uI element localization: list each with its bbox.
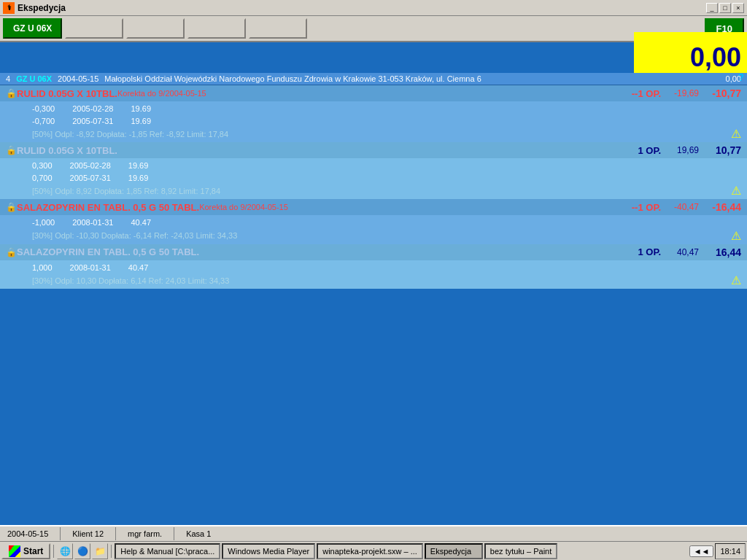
- drug-2-summary-row: [50%] Odpl: 8,92 Dopłata: 1,85 Ref: 8,92…: [18, 184, 741, 198]
- title-bar-controls: _ □ ×: [706, 3, 744, 13]
- taskbar-app-wmp-label: Windows Media Player: [228, 547, 309, 556]
- drug-3-name: SALAZOPYRIN EN TABL. 0,5 G 50 TABL.: [17, 202, 199, 213]
- taskbar-app-help[interactable]: Help & Manual [C:\praca...: [115, 543, 220, 559]
- warn-icon-3: ⚠: [731, 229, 741, 243]
- taskbar-icon-ie[interactable]: 🌐: [57, 543, 73, 559]
- help-icon[interactable]: ?: [738, 73, 744, 83]
- drug-2-op: 1 OP.: [638, 145, 661, 156]
- minimize-button[interactable]: _: [706, 3, 718, 13]
- toolbar-btn-4[interactable]: [187, 18, 246, 39]
- taskbar-sep-2: [115, 527, 116, 540]
- drug-entry-4: 🔒 SALAZOPYRIN EN TABL. 0,5 G 50 TABL. 1 …: [0, 244, 747, 289]
- drug-3-detail-1: -1,000 2008-01-31 40.47: [18, 217, 741, 229]
- drug-3-summary-row: [30%] Odpl: -10,30 Dopłata: -6,14 Ref: -…: [18, 229, 741, 243]
- drug-2-header: 🔒 RULID 0.05G X 10TBL. 1 OP. 19,69 10,77: [0, 142, 747, 158]
- drug-4-details: 1,000 2008-01-31 40.47 [30%] Odpl: 10,30…: [0, 260, 747, 289]
- drug-entry-1: 🔒 RULID 0.05G X 10TBL. Korekta do 9/2004…: [0, 85, 747, 142]
- drug-4-summary-row: [30%] Odpl: 10,30 Dopłata: 6,14 Ref: 24,…: [18, 273, 741, 287]
- drug-2-name: RULID 0.05G X 10TBL.: [17, 145, 117, 156]
- taskbar-bottom: Start 🌐 🔵 📁 Help & Manual [C:\praca... W…: [0, 542, 747, 560]
- taskbar-app-paint[interactable]: bez tytułu – Paint: [484, 543, 557, 559]
- drug-4-total: 16,44: [705, 246, 741, 258]
- drug-4-detail-1: 1,000 2008-01-31 40.47: [18, 262, 741, 274]
- drug-1-header: 🔒 RULID 0.05G X 10TBL. Korekta do 9/2004…: [0, 85, 747, 101]
- taskbar-time: 18:14: [715, 543, 746, 559]
- windows-logo: [9, 545, 20, 557]
- lock-icon-2: 🔒: [6, 145, 17, 155]
- taskbar-icon-browser[interactable]: 🔵: [74, 543, 90, 559]
- patient-name: Małopolski Oddział Wojewódzki Narodowego…: [104, 74, 481, 83]
- taskbar-app-paint-label: bez tytułu – Paint: [490, 547, 551, 556]
- drug-2-detail-1: 0,300 2005-02-28 19.69: [18, 160, 741, 172]
- drug-1-detail-1: -0,300 2005-02-28 19.69: [18, 103, 741, 115]
- close-button[interactable]: ×: [732, 3, 744, 13]
- drug-3-op: --1 OP.: [632, 202, 661, 213]
- maximize-button[interactable]: □: [719, 3, 731, 13]
- toolbar: GZ U 06X F10 0,00: [0, 16, 747, 42]
- taskbar-app-ekspedycja-label: Ekspedycja: [430, 547, 471, 556]
- drug-3-korekta: Korekta do 9/2004-05-15: [199, 203, 288, 211]
- taskbar-sep-4: [53, 545, 54, 558]
- drug-4-name: SALAZOPYRIN EN TABL. 0,5 G 50 TABL.: [17, 246, 199, 257]
- drug-1-korekta: Korekta do 9/2004-05-15: [117, 89, 206, 98]
- taskbar-app-wmp[interactable]: Windows Media Player: [222, 543, 315, 559]
- taskbar-app-writer[interactable]: winapteka-projekt.sxw – ...: [317, 543, 423, 559]
- app-icon: ⚕: [3, 2, 15, 14]
- lock-icon-3: 🔒: [6, 202, 17, 212]
- toolbar-btn-2[interactable]: [65, 18, 123, 39]
- drug-2-details: 0,300 2005-02-28 19.69 0,700 2005-07-31 …: [0, 158, 747, 199]
- patient-id: GZ U 06X: [16, 74, 52, 83]
- drug-1-summary: [50%] Odpl: -8,92 Dopłata: -1,85 Ref: -8…: [18, 130, 228, 139]
- taskbar-icon-folder[interactable]: 📁: [92, 543, 108, 559]
- price-value: 0,00: [690, 44, 741, 71]
- taskbar-date: 2004-05-15: [3, 529, 53, 538]
- taskbar-top: 2004-05-15 Klient 12 mgr farm. Kasa 1: [0, 526, 747, 542]
- drug-1-op: --1 OP.: [632, 88, 661, 99]
- drug-entry-3: 🔒 SALAZOPYRIN EN TABL. 0,5 G 50 TABL. Ko…: [0, 199, 747, 244]
- drug-4-header: 🔒 SALAZOPYRIN EN TABL. 0,5 G 50 TABL. 1 …: [0, 244, 747, 260]
- taskbar: 2004-05-15 Klient 12 mgr farm. Kasa 1 St…: [0, 525, 747, 560]
- row-number: 4: [6, 74, 10, 83]
- drug-4-op: 1 OP.: [638, 246, 661, 257]
- title-bar: ⚕ Ekspedycja _ □ ×: [0, 0, 747, 16]
- drug-3-details: -1,000 2008-01-31 40.47 [30%] Odpl: -10,…: [0, 215, 747, 244]
- taskbar-sep-3: [174, 527, 174, 540]
- lock-icon-4: 🔒: [6, 247, 17, 257]
- patient-date: 2004-05-15: [58, 74, 98, 83]
- main-action-button[interactable]: GZ U 06X: [3, 18, 62, 39]
- taskbar-pharmacist: mgr farm.: [123, 529, 166, 538]
- toolbar-btn-3[interactable]: [126, 18, 185, 39]
- taskbar-app-writer-label: winapteka-projekt.sxw – ...: [322, 547, 417, 556]
- drug-2-detail-2: 0,700 2005-07-31 19.69: [18, 172, 741, 184]
- drug-1-name: RULID 0.05G X 10TBL.: [17, 88, 117, 99]
- warn-icon-2: ⚠: [731, 184, 741, 198]
- drug-1-summary-row: [50%] Odpl: -8,92 Dopłata: -1,85 Ref: -8…: [18, 127, 741, 141]
- patient-header-row: 4 GZ U 06X 2004-05-15 Małopolski Oddział…: [0, 73, 747, 85]
- drug-4-summary: [30%] Odpl: 10,30 Dopłata: 6,14 Ref: 24,…: [18, 276, 229, 285]
- taskbar-kasa: Kasa 1: [182, 529, 215, 538]
- drug-2-price: 19,69: [670, 145, 699, 155]
- drug-4-price: 40,47: [670, 247, 699, 257]
- drug-3-header: 🔒 SALAZOPYRIN EN TABL. 0,5 G 50 TABL. Ko…: [0, 199, 747, 215]
- start-button[interactable]: Start: [1, 543, 50, 559]
- drug-2-summary: [50%] Odpl: 8,92 Dopłata: 1,85 Ref: 8,92…: [18, 187, 220, 195]
- drug-3-summary: [30%] Odpl: -10,30 Dopłata: -6,14 Ref: -…: [18, 231, 237, 240]
- drug-2-total: 10,77: [705, 144, 741, 156]
- drug-3-total: -16,44: [705, 201, 741, 213]
- drug-3-price: -40,47: [670, 202, 699, 212]
- window-title: Ekspedycja: [18, 3, 66, 13]
- drug-1-details: -0,300 2005-02-28 19.69 -0,700 2005-07-3…: [0, 101, 747, 142]
- taskbar-arrows-button[interactable]: ◄◄: [689, 545, 714, 557]
- taskbar-app-ekspedycja[interactable]: Ekspedycja: [425, 543, 483, 559]
- start-label: Start: [23, 546, 43, 556]
- drug-1-detail-2: -0,700 2005-07-31 19.69: [18, 115, 741, 128]
- taskbar-sep-5: [111, 545, 112, 558]
- drug-1-price: -19,69: [670, 88, 699, 98]
- taskbar-sep-1: [60, 527, 61, 540]
- toolbar-btn-5[interactable]: [249, 18, 307, 39]
- main-area: 4 GZ U 06X 2004-05-15 Małopolski Oddział…: [0, 73, 747, 525]
- drug-1-total: -10,77: [705, 88, 741, 99]
- lock-icon-1: 🔒: [6, 88, 17, 98]
- taskbar-app-help-label: Help & Manual [C:\praca...: [120, 547, 214, 556]
- warn-icon-4: ⚠: [731, 273, 741, 287]
